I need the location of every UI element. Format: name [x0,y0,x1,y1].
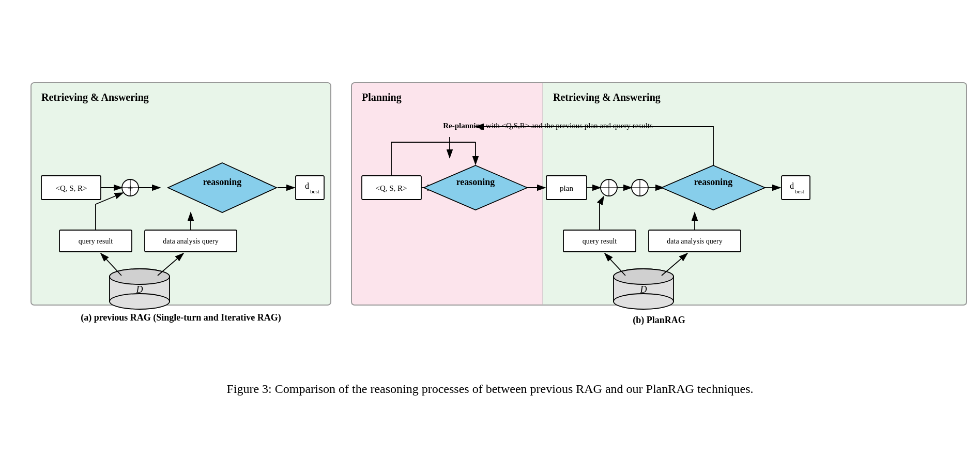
left-query-result-label: query result [79,237,113,245]
svg-rect-36 [296,176,324,200]
svg-rect-68 [782,176,810,200]
right-reasoning2-label: reasoning [694,177,733,187]
right-planning-title: Planning [362,92,402,103]
svg-point-74 [614,269,673,284]
left-reasoning-label: reasoning [203,177,242,187]
figure-caption: Figure 3: Comparison of the reasoning pr… [226,382,753,396]
svg-point-42 [110,269,170,284]
right-answering-title: Retrieving & Answering [553,92,661,103]
left-title: Retrieving & Answering [41,92,149,103]
left-data-analysis-label: data analysis query [163,237,218,245]
left-caption: (a) previous RAG (Single-turn and Iterat… [81,312,281,323]
right-qsr-label: <Q, S, R> [375,184,407,192]
left-dbest-label: d [305,181,309,190]
right-plan-label: plan [560,184,573,192]
right-dbest-sub: best [795,188,804,194]
left-qsr-label: <Q, S, R> [55,184,87,192]
right-data-analysis-label: data analysis query [667,237,722,245]
left-dbest-sub: best [310,188,319,194]
svg-point-73 [614,294,673,309]
svg-point-41 [110,294,170,309]
right-caption: (b) PlanRAG [633,315,685,326]
right-query-result-label: query result [583,237,617,245]
right-replanning-label: Re-planning with <Q,S,R> and the previou… [443,121,653,130]
full-diagram-svg: Retrieving & Answering <Q, S, R> + reaso… [0,0,980,456]
right-db-label: D [640,284,647,295]
right-reasoning1-label: reasoning [456,177,495,187]
left-db-label: D [136,284,143,295]
full-page-container: Retrieving & Answering <Q, S, R> + reaso… [0,0,980,456]
right-dbest-label: d [790,181,794,190]
